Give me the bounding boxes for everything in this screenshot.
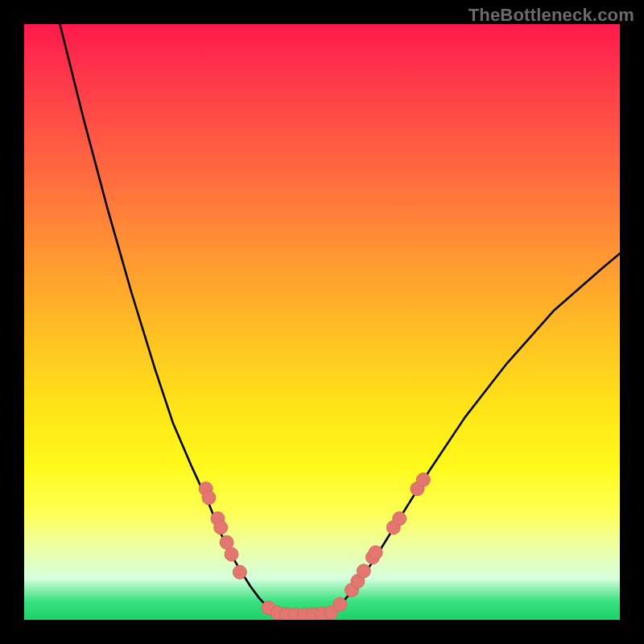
data-point — [225, 547, 238, 561]
chart-frame: TheBottleneck.com — [0, 0, 644, 644]
data-point — [333, 597, 347, 611]
data-point — [233, 565, 246, 579]
data-point — [202, 491, 216, 505]
plot-area — [24, 24, 620, 620]
data-point — [357, 564, 370, 578]
data-point — [369, 546, 382, 559]
data-point — [393, 512, 407, 526]
data-point — [416, 473, 430, 487]
dot-group — [199, 473, 430, 620]
chart-svg — [24, 24, 620, 620]
watermark-text: TheBottleneck.com — [469, 5, 634, 26]
curve-path — [60, 24, 620, 615]
data-point — [214, 521, 228, 535]
